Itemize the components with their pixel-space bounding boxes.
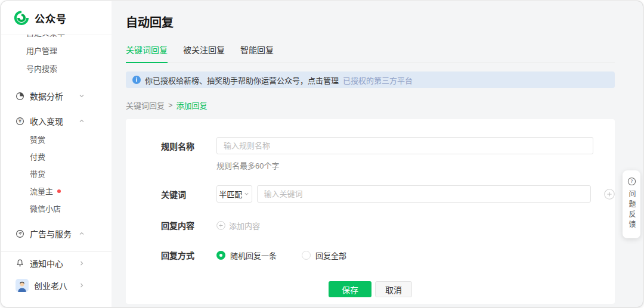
sidebar-item-traffic-master[interactable]: 流量主 (1, 182, 112, 200)
save-button[interactable]: 保存 (329, 281, 371, 297)
authorization-banner: 你已授权给新榜、抽奖助手帮助你运营公众号，点击管理 已授权的第三方平台 (126, 71, 615, 88)
rule-name-label: 规则名称 (161, 140, 197, 152)
breadcrumb-separator: > (168, 101, 173, 110)
sidebar-item-appreciation[interactable]: 赞赏 (1, 130, 112, 148)
feedback-label: 问题反馈 (627, 190, 636, 231)
sidebar-section-label: 数据分析 (30, 90, 63, 102)
chevron-up-icon (79, 118, 85, 124)
sidebar-item-account-profile[interactable]: 创业老八 (1, 274, 112, 296)
question-icon: ? (627, 177, 636, 186)
chevron-up-icon (79, 231, 85, 237)
sidebar-section-label: 广告与服务 (30, 228, 72, 239)
match-type-value: 半匹配 (219, 188, 242, 200)
chevron-right-icon (79, 260, 85, 266)
match-type-select[interactable]: 半匹配 (216, 185, 252, 203)
radio-selected-icon (216, 251, 225, 260)
radio-unselected-icon (302, 251, 311, 260)
sidebar-item-wechat-store[interactable]: 微信小店 (1, 200, 112, 217)
plus-circle-icon (216, 221, 225, 230)
sidebar-item-user-management[interactable]: 用户管理 (1, 41, 112, 59)
reply-mode-row: 回复方式 随机回复一条 回复全部 (161, 249, 615, 261)
sidebar-item-in-account-search[interactable]: 号内搜索 (1, 59, 112, 77)
rule-name-row: 规则名称 (161, 137, 615, 154)
red-dot-badge (57, 189, 61, 193)
radio-option-label: 随机回复一条 (230, 250, 277, 261)
add-content-label: 添加内容 (229, 220, 260, 231)
yen-circle-icon: ¥ (16, 117, 24, 126)
rule-name-hint: 规则名最多60个字 (216, 160, 615, 171)
keyword-input[interactable] (257, 185, 591, 203)
user-avatar (16, 279, 29, 292)
page-title: 自动回复 (126, 1, 615, 30)
sidebar-section-data-analysis[interactable]: 数据分析 (1, 86, 112, 105)
brand-name: 公众号 (35, 11, 67, 26)
main-content: 自动回复 关键词回复 被关注回复 智能回复 你已授权给新榜、抽奖助手帮助你运营公… (112, 1, 643, 307)
sidebar-item-custom-menu[interactable]: 自定义菜单 (1, 35, 112, 41)
sidebar-section-label: 收入变现 (30, 115, 63, 127)
pie-chart-icon (16, 92, 24, 101)
wechat-official-account-logo-icon (14, 10, 29, 26)
breadcrumb: 关键词回复 > 添加回复 (126, 99, 615, 111)
sidebar-scroll-clip: 自定义菜单 (1, 35, 112, 41)
svg-text:¥: ¥ (18, 119, 21, 124)
reply-content-row: 回复内容 添加内容 (161, 219, 615, 231)
breadcrumb-current: 添加回复 (177, 99, 208, 111)
breadcrumb-parent[interactable]: 关键词回复 (126, 99, 165, 111)
tab-keyword-reply[interactable]: 关键词回复 (126, 43, 168, 63)
chevron-down-icon (244, 191, 249, 197)
tab-bar: 关键词回复 被关注回复 智能回复 (126, 43, 615, 63)
reply-content-label: 回复内容 (161, 219, 197, 231)
chevron-down-icon (79, 93, 85, 99)
cancel-button[interactable]: 取消 (375, 281, 412, 297)
chevron-right-icon (79, 282, 85, 288)
sidebar-item-label: 创业老八 (34, 279, 67, 291)
banner-link-third-party-platforms[interactable]: 已授权的第三方平台 (343, 74, 413, 86)
sidebar-item-label: 通知中心 (30, 257, 63, 269)
info-icon (132, 76, 141, 84)
tab-smart-reply[interactable]: 智能回复 (240, 43, 274, 63)
bell-icon (16, 259, 24, 267)
radio-reply-all[interactable]: 回复全部 (302, 250, 346, 261)
sidebar: 公众号 自定义菜单 用户管理 号内搜索 数据分析 ¥ 收入变现 (1, 1, 112, 307)
radio-option-label: 回复全部 (315, 250, 346, 261)
tab-follow-reply[interactable]: 被关注回复 (183, 43, 225, 63)
banner-text: 你已授权给新榜、抽奖助手帮助你运营公众号，点击管理 (145, 74, 339, 86)
svg-text:?: ? (630, 179, 633, 184)
add-keyword-button[interactable] (604, 189, 615, 200)
rule-name-input[interactable] (216, 137, 593, 154)
add-reply-form-card: 规则名称 规则名最多60个字 关键词 半匹配 (126, 119, 615, 304)
keyword-row: 关键词 半匹配 (161, 185, 615, 203)
sidebar-item-label: 流量主 (30, 185, 53, 197)
sidebar-item-paid-content[interactable]: 付费 (1, 148, 112, 165)
sidebar-section-monetization[interactable]: ¥ 收入变现 (1, 111, 112, 130)
reply-mode-label: 回复方式 (161, 249, 197, 261)
plus-circle-icon (604, 189, 615, 200)
brand-header: 公众号 (1, 1, 112, 35)
radio-random-one[interactable]: 随机回复一条 (216, 250, 277, 261)
sidebar-item-notification-center[interactable]: 通知中心 (1, 252, 112, 274)
sidebar-item-goods[interactable]: 带货 (1, 165, 112, 182)
compass-icon (16, 229, 24, 238)
add-content-button[interactable]: 添加内容 (216, 220, 260, 231)
sidebar-section-ads-services[interactable]: 广告与服务 (1, 224, 112, 243)
form-actions: 保存 取消 (126, 281, 615, 297)
app-window: 公众号 自定义菜单 用户管理 号内搜索 数据分析 ¥ 收入变现 (1, 1, 643, 307)
feedback-widget[interactable]: ? 问题反馈 (623, 170, 640, 238)
keyword-label: 关键词 (161, 188, 197, 200)
